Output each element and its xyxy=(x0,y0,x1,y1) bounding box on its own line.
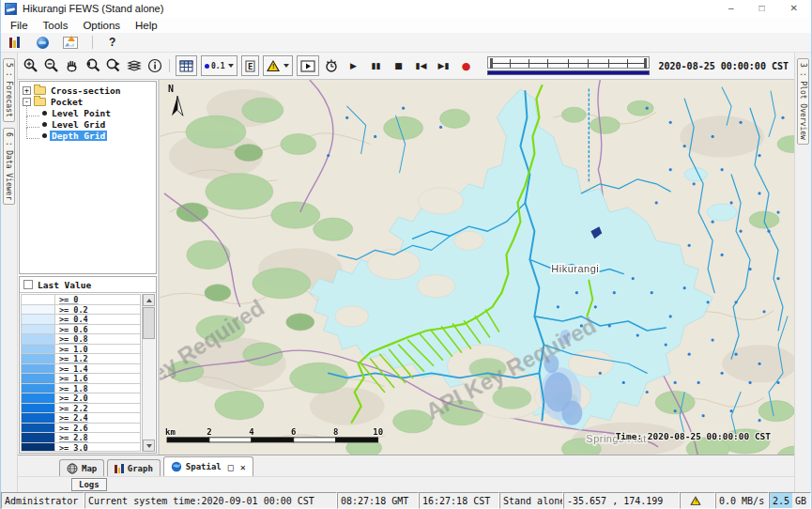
tab-close-icon[interactable]: ✕ xyxy=(240,462,246,472)
class-dot-icon xyxy=(205,64,209,69)
svg-text:N: N xyxy=(168,84,174,94)
wire-globe-icon xyxy=(67,463,78,474)
layers-icon[interactable] xyxy=(125,56,144,75)
time-slider[interactable] xyxy=(487,56,649,75)
chevron-down-icon xyxy=(283,64,289,68)
shortcut-tab-data-viewer[interactable]: 6 : Data Viewer xyxy=(3,128,15,205)
tree-item-level-grid[interactable]: Level Grid xyxy=(20,118,156,130)
legend-row[interactable]: >= 2.6 xyxy=(22,424,140,434)
status-memory: 2.5 GB xyxy=(769,492,811,509)
svg-text:E: E xyxy=(248,62,253,71)
animation-timer-icon[interactable] xyxy=(322,56,341,75)
legend-row[interactable]: >= 1.2 xyxy=(22,354,140,364)
shortcut-tab-forecast[interactable]: 5 : Forecast xyxy=(3,58,15,122)
thresholds-warning-button[interactable] xyxy=(263,55,293,76)
maximize-button[interactable]: □ xyxy=(759,2,765,15)
menu-help[interactable]: Help xyxy=(128,20,165,31)
tree-item-cross-section[interactable]: + Cross-section xyxy=(20,85,156,96)
step-forward-button[interactable]: ▶▮ xyxy=(433,61,453,70)
legend-row[interactable]: >= 1.8 xyxy=(22,384,140,394)
legend-panel: Last Value >= 0 >= 0.2 >= 0.4 >= 0.6 >= … xyxy=(19,276,157,454)
legend-swatch xyxy=(22,384,55,393)
timeseries-dialog-icon[interactable] xyxy=(61,33,80,52)
logs-tab[interactable]: Logs xyxy=(71,478,107,491)
application-window: Hikurangi FEWS (Stand alone) – □ ✕ File … xyxy=(0,0,812,509)
current-datetime: 2020-08-25 00:00:00 CST xyxy=(659,61,790,71)
legend-swatch xyxy=(22,413,55,423)
legend-button[interactable]: E xyxy=(241,55,259,76)
record-button[interactable]: ● xyxy=(455,60,476,72)
folder-open-icon xyxy=(34,98,46,106)
grid-display-button[interactable] xyxy=(176,55,197,76)
tab-graph[interactable]: Graph xyxy=(107,459,161,476)
close-button[interactable]: ✕ xyxy=(790,2,798,15)
window-title: Hikurangi FEWS (Stand alone) xyxy=(23,3,163,14)
status-transfer-rate: 0.0 MB/s xyxy=(715,492,769,509)
tree-item-level-point[interactable]: Level Point xyxy=(20,107,156,118)
pause-button[interactable]: ▮▮ xyxy=(365,61,386,70)
warning-icon xyxy=(267,60,280,71)
minimize-button[interactable]: – xyxy=(728,2,734,15)
menu-file[interactable]: File xyxy=(3,20,36,31)
title-bar: Hikurangi FEWS (Stand alone) – □ ✕ xyxy=(1,0,811,17)
tree-item-pocket[interactable]: - Pocket xyxy=(20,96,156,107)
tab-map[interactable]: Map xyxy=(59,459,104,476)
help-icon[interactable]: ? xyxy=(105,36,119,49)
menu-tools[interactable]: Tools xyxy=(36,20,76,31)
toolbar-separator xyxy=(169,59,170,72)
info-icon[interactable] xyxy=(146,56,164,75)
scroll-down-icon[interactable] xyxy=(143,440,155,452)
shortcut-tab-plot-overview[interactable]: 3 : Plot Overview xyxy=(797,58,809,145)
zoom-in-icon[interactable] xyxy=(22,56,40,75)
legend-row[interactable]: >= 1.4 xyxy=(22,364,140,375)
legend-row[interactable]: >= 3.0 xyxy=(22,443,140,453)
svg-text:8: 8 xyxy=(333,427,338,437)
legend-row[interactable]: >= 0 xyxy=(22,295,140,305)
legend-row[interactable]: >= 1.0 xyxy=(22,345,140,355)
legend-swatch xyxy=(22,404,55,413)
legend-row[interactable]: >= 1.6 xyxy=(22,374,140,384)
database-viewer-icon[interactable] xyxy=(5,33,23,52)
legend-row[interactable]: >= 2.2 xyxy=(22,404,140,414)
threshold-value: 0.1 xyxy=(211,62,224,70)
legend-row[interactable]: >= 0.4 xyxy=(22,315,140,325)
map-label-hikurangi: Hikurangi xyxy=(551,262,599,273)
play-button[interactable]: ▶ xyxy=(343,61,363,70)
legend-row[interactable]: >= 2.0 xyxy=(22,393,140,404)
legend-row[interactable]: >= 0.8 xyxy=(22,334,140,345)
step-back-button[interactable]: ▮◀ xyxy=(410,61,431,70)
layer-tree: + Cross-section - Pocket Level P xyxy=(19,81,157,274)
svg-text:km: km xyxy=(165,427,176,437)
legend-swatch xyxy=(22,334,55,344)
tab-spatial[interactable]: Spatial □ ✕ xyxy=(163,456,253,476)
tree-item-depth-grid[interactable]: Depth Grid xyxy=(20,130,156,141)
tab-maximize-icon[interactable]: □ xyxy=(228,462,234,472)
stop-button[interactable]: ■ xyxy=(388,61,408,70)
legend-scrollbar[interactable] xyxy=(142,294,155,452)
legend-row[interactable]: >= 0.2 xyxy=(22,305,140,316)
legend-swatch xyxy=(22,354,55,363)
scrollbar-thumb[interactable] xyxy=(143,307,155,339)
zoom-next-icon[interactable] xyxy=(104,56,123,75)
pan-hand-icon[interactable] xyxy=(63,56,82,75)
animation-movie-button[interactable] xyxy=(297,55,319,76)
expand-icon[interactable]: + xyxy=(23,86,31,95)
folder-icon xyxy=(34,86,46,95)
classification-threshold-button[interactable]: 0.1 xyxy=(201,55,237,76)
map-canvas[interactable]: API Key Required API Key Required N Hiku… xyxy=(160,80,794,455)
zoom-previous-icon[interactable] xyxy=(84,56,102,75)
zoom-out-icon[interactable] xyxy=(42,56,61,75)
legend-class-list: >= 0 >= 0.2 >= 0.4 >= 0.6 >= 0.8 >= 1.0 … xyxy=(21,294,141,452)
layer-bullet-icon xyxy=(42,122,47,127)
layer-bullet-icon xyxy=(42,111,47,116)
map-display-icon[interactable] xyxy=(33,33,52,52)
menu-bar: File Tools Options Help xyxy=(1,17,811,33)
last-value-checkbox[interactable] xyxy=(23,280,33,289)
status-warning-cell[interactable] xyxy=(680,492,715,509)
status-gmt-time: 08:27:18 GMT xyxy=(337,492,419,509)
legend-row[interactable]: >= 2.8 xyxy=(22,433,140,443)
legend-row[interactable]: >= 2.4 xyxy=(22,413,140,424)
legend-row[interactable]: >= 0.6 xyxy=(22,325,140,335)
menu-options[interactable]: Options xyxy=(75,20,128,31)
scroll-up-icon[interactable] xyxy=(143,294,155,306)
